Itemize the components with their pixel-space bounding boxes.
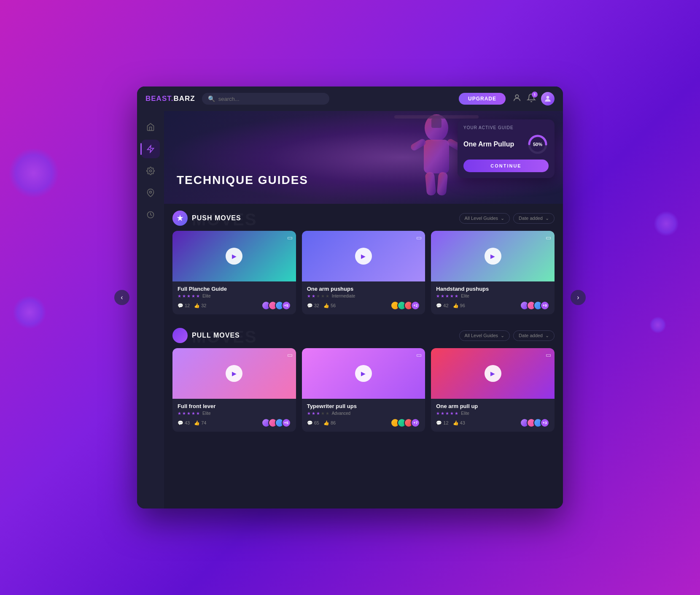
progress-circle: 50% <box>527 133 549 155</box>
push-moves-header: MOVES PUSH MOVES All Level Guides ⌄ Date… <box>172 204 555 231</box>
bookmark-4[interactable]: ▭ <box>287 352 293 358</box>
card-body-5: Typewriter pull ups ★★★★★ Advanced 💬65 👍… <box>302 399 425 432</box>
header-icons: 1 <box>512 92 555 105</box>
outer-nav-right[interactable]: › <box>571 290 586 305</box>
hero-banner: TECHNIQUE GUIDES YOUR ACTIVE GUIDE One A… <box>164 111 563 204</box>
active-guide-card: YOUR ACTIVE GUIDE One Arm Pullup 50% <box>458 119 555 178</box>
notification-icon[interactable]: 1 <box>527 93 536 105</box>
avatars-5: +7 <box>390 418 420 427</box>
user-avatar[interactable] <box>541 92 555 105</box>
svg-rect-11 <box>394 115 479 119</box>
card-thumb-1: ▶ ▭ <box>172 231 296 281</box>
play-button-2[interactable]: ▶ <box>302 231 425 281</box>
bookmark-2[interactable]: ▭ <box>416 234 422 241</box>
stars-3: ★★★★★ Elite <box>436 294 549 298</box>
play-button-1[interactable]: ▶ <box>172 231 296 281</box>
active-guide-row: One Arm Pullup 50% <box>463 133 549 155</box>
push-moves-section: MOVES PUSH MOVES All Level Guides ⌄ Date… <box>164 204 563 321</box>
card-body-1: Full Planche Guide ★★★★★ Elite 💬12 👍32 <box>172 281 296 314</box>
card-title-5: Typewriter pull ups <box>307 403 420 409</box>
stars-2: ★★★★★ Intermediate <box>307 294 420 298</box>
card-footer-4: 💬43 👍74 +5 <box>178 418 291 427</box>
pull-moves-title: PULL MOVES <box>192 332 240 339</box>
card-thumb-6: ▶ ▭ <box>431 348 555 399</box>
pull-moves-icon <box>172 328 188 343</box>
card-thumb-2: ▶ ▭ <box>302 231 425 281</box>
pull-moves-header: MOVES PULL MOVES All Level Guides ⌄ Date… <box>172 321 555 348</box>
play-button-4[interactable]: ▶ <box>172 348 296 399</box>
avatars-3: +9 <box>520 301 549 310</box>
pull-date-filter[interactable]: Date added ⌄ <box>513 330 555 341</box>
sidebar-item-home[interactable] <box>141 118 160 136</box>
push-moves-title-group: MOVES PUSH MOVES <box>172 211 241 226</box>
sidebar <box>137 111 164 508</box>
avatars-4: +5 <box>261 418 291 427</box>
avatars-2: +2 <box>390 301 420 310</box>
user-icon[interactable] <box>512 93 522 105</box>
continue-button[interactable]: CONTINUE <box>463 160 549 172</box>
pull-moves-section: MOVES PULL MOVES All Level Guides ⌄ Date… <box>164 321 563 438</box>
bookmark-6[interactable]: ▭ <box>546 352 551 358</box>
push-date-filter[interactable]: Date added ⌄ <box>513 213 555 224</box>
progress-text: 50% <box>527 133 549 155</box>
outer-nav-left[interactable]: ‹ <box>114 290 129 305</box>
sidebar-item-history[interactable] <box>141 206 160 224</box>
card-body-2: One arm pushups ★★★★★ Intermediate 💬32 👍… <box>302 281 425 314</box>
card-one-arm-pullup[interactable]: ▶ ▭ One arm pull up ★★★★★ Elite <box>431 348 555 432</box>
card-footer-3: 💬42 👍96 +9 <box>436 301 549 310</box>
avatars-6: +3 <box>520 418 549 427</box>
hero-title: TECHNIQUE GUIDES <box>177 173 308 187</box>
card-title-6: One arm pull up <box>436 403 549 409</box>
play-button-3[interactable]: ▶ <box>431 231 555 281</box>
svg-rect-12 <box>431 119 442 128</box>
sidebar-item-settings[interactable] <box>141 162 160 180</box>
card-body-3: Handstand pushups ★★★★★ Elite 💬42 👍96 <box>431 281 555 314</box>
bookmark-3[interactable]: ▭ <box>546 234 551 241</box>
pull-level-filter[interactable]: All Level Guides ⌄ <box>459 330 510 341</box>
pull-moves-filters: All Level Guides ⌄ Date added ⌄ <box>459 330 555 341</box>
search-input[interactable] <box>218 96 324 102</box>
pull-moves-title-group: MOVES PULL MOVES <box>172 328 240 343</box>
logo: BEAST.BARZ <box>145 95 195 103</box>
content-area: TECHNIQUE GUIDES YOUR ACTIVE GUIDE One A… <box>164 111 563 508</box>
card-body-4: Full front lever ★★★★★ Elite 💬43 👍74 <box>172 399 296 432</box>
active-guide-name: One Arm Pullup <box>463 141 514 148</box>
bookmark-5[interactable]: ▭ <box>416 352 422 358</box>
card-footer-2: 💬32 👍56 +2 <box>307 301 420 310</box>
svg-point-1 <box>547 96 549 99</box>
main-layout: TECHNIQUE GUIDES YOUR ACTIVE GUIDE One A… <box>137 111 563 508</box>
push-moves-icon <box>172 211 188 226</box>
card-front-lever[interactable]: ▶ ▭ Full front lever ★★★★★ Elite <box>172 348 296 432</box>
card-footer-6: 💬12 👍43 +3 <box>436 418 549 427</box>
card-one-arm-pushup[interactable]: ▶ ▭ One arm pushups ★★★★★ Intermediate <box>302 231 425 314</box>
avatars-1: +5 <box>261 301 291 310</box>
play-button-5[interactable]: ▶ <box>302 348 425 399</box>
play-button-6[interactable]: ▶ <box>431 348 555 399</box>
logo-accent: BARZ <box>173 95 195 103</box>
upgrade-button[interactable]: UPGRADE <box>459 93 506 105</box>
bookmark-1[interactable]: ▭ <box>287 234 293 241</box>
push-level-filter[interactable]: All Level Guides ⌄ <box>459 213 510 224</box>
card-handstand[interactable]: ▶ ▭ Handstand pushups ★★★★★ Elite <box>431 231 555 314</box>
card-title-4: Full front lever <box>178 403 291 409</box>
stars-5: ★★★★★ Advanced <box>307 411 420 416</box>
search-icon: 🔍 <box>208 95 215 102</box>
card-typewriter-pullup[interactable]: ▶ ▭ Typewriter pull ups ★★★★★ Advanced <box>302 348 425 432</box>
svg-point-0 <box>515 95 518 97</box>
svg-rect-6 <box>424 140 449 173</box>
logo-text: BEAST. <box>145 95 173 103</box>
sidebar-item-location[interactable] <box>141 184 160 202</box>
svg-point-2 <box>150 170 152 172</box>
push-moves-filters: All Level Guides ⌄ Date added ⌄ <box>459 213 555 224</box>
svg-point-3 <box>150 191 152 193</box>
notification-badge: 1 <box>532 92 538 97</box>
search-bar[interactable]: 🔍 <box>202 93 330 105</box>
push-moves-cards: ▶ ▭ Full Planche Guide ★★★★★ Elite <box>172 231 555 314</box>
stars-1: ★★★★★ Elite <box>178 294 291 298</box>
card-title-2: One arm pushups <box>307 286 420 292</box>
card-body-6: One arm pull up ★★★★★ Elite 💬12 👍43 <box>431 399 555 432</box>
active-guide-label: YOUR ACTIVE GUIDE <box>463 125 549 130</box>
card-thumb-4: ▶ ▭ <box>172 348 296 399</box>
sidebar-item-technique[interactable] <box>141 140 160 158</box>
card-full-planche[interactable]: ▶ ▭ Full Planche Guide ★★★★★ Elite <box>172 231 296 314</box>
